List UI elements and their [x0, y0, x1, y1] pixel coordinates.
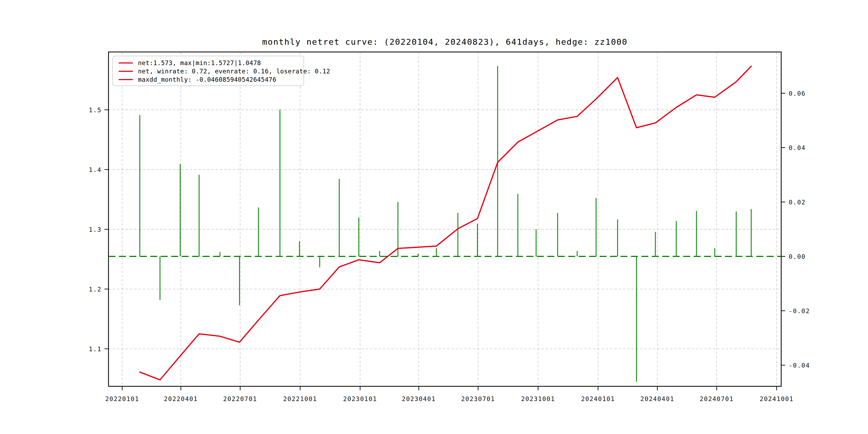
- legend-label: maxdd_monthly: -0.046085940542645476: [138, 76, 277, 83]
- x-axis-tick-label: 20230701: [461, 396, 495, 402]
- legend-label: net:1.573, max|min:1.5727|1.0478: [138, 60, 261, 66]
- x-axis-tick-label: 20240101: [581, 396, 615, 402]
- x-axis-tick-label: 20220101: [105, 396, 139, 402]
- x-axis-tick-label: 20220701: [223, 396, 257, 402]
- x-axis-tick-label: 20240401: [640, 396, 674, 402]
- legend-item-net: net:1.573, max|min:1.5727|1.0478: [119, 59, 304, 67]
- left-axis-tick-label: 1.3: [89, 226, 101, 233]
- right-axis-tick-label: 0.04: [789, 145, 806, 151]
- right-axis-tick-label: -0.04: [789, 362, 810, 369]
- left-axis-tick-label: 1.4: [89, 166, 101, 173]
- red-line-swatch-icon: [119, 71, 133, 72]
- legend-label: net, winrate: 0.72, evenrate: 0.16, lose…: [138, 68, 330, 75]
- left-axis-tick-label: 1.2: [89, 286, 101, 293]
- right-axis-tick-label: -0.02: [789, 308, 810, 314]
- right-axis-tick-label: 0.06: [789, 90, 806, 97]
- legend-item-maxdd: maxdd_monthly: -0.046085940542645476: [119, 75, 304, 84]
- left-axis-tick-label: 1.5: [89, 106, 101, 114]
- x-axis-tick-label: 20220401: [164, 396, 198, 402]
- x-axis-tick-label: 20230101: [343, 396, 377, 402]
- right-axis-tick-label: 0.00: [789, 253, 806, 260]
- legend-item-winrate: net, winrate: 0.72, evenrate: 0.16, lose…: [119, 67, 304, 75]
- legend: net:1.573, max|min:1.5727|1.0478 net, wi…: [112, 56, 304, 86]
- right-axis-tick-label: 0.02: [789, 199, 806, 206]
- left-axis-tick-label: 1.1: [89, 346, 101, 352]
- x-axis-tick-label: 20221001: [283, 396, 317, 402]
- figure: monthly netret curve: (20220104, 2024082…: [0, 0, 868, 434]
- x-axis-tick-label: 20240701: [700, 396, 734, 402]
- x-axis-tick-label: 20230401: [402, 396, 436, 402]
- red-line-swatch-icon: [119, 79, 133, 80]
- red-line-swatch-icon: [119, 62, 133, 63]
- x-axis-tick-label: 20231001: [521, 396, 555, 402]
- x-axis-tick-label: 20241001: [760, 396, 794, 402]
